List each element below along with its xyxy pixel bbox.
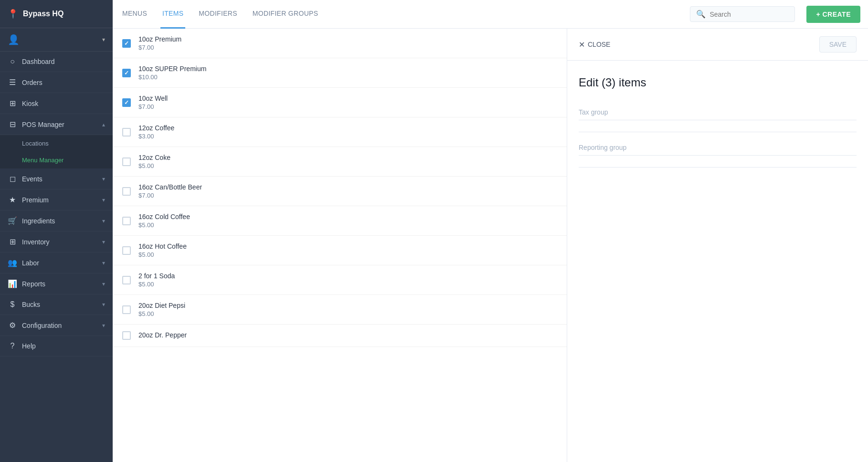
pos-manager-submenu: Locations Menu Manager (0, 135, 113, 168)
sidebar-item-kiosk[interactable]: ⊞ Kiosk (0, 93, 113, 114)
sidebar-item-labor[interactable]: 👥 Labor ▾ (0, 252, 113, 273)
edit-title-prefix: Edit (579, 76, 598, 89)
item-name: 10oz Well (138, 94, 168, 102)
sidebar-item-ingredients[interactable]: 🛒 Ingredients ▾ (0, 210, 113, 231)
bucks-icon: $ (8, 300, 17, 309)
item-checkbox[interactable] (122, 217, 131, 225)
sidebar-item-events[interactable]: ◻ Events ▾ (0, 168, 113, 189)
user-chevron-icon: ▾ (102, 36, 105, 43)
list-item[interactable]: 16oz Cold Coffee $5.00 (113, 206, 567, 236)
sidebar-item-configuration[interactable]: ⚙ Configuration ▾ (0, 315, 113, 336)
save-button[interactable]: SAVE (819, 36, 857, 52)
item-name: 10oz Premium (138, 35, 181, 43)
sidebar-item-label: Inventory (22, 238, 50, 246)
item-checkbox[interactable] (122, 128, 131, 136)
tab-menus[interactable]: MENUS (120, 0, 149, 29)
list-item[interactable]: 16oz Can/Bottle Beer $7.00 (113, 177, 567, 206)
search-box[interactable]: 🔍 (690, 6, 795, 22)
list-item[interactable]: 16oz Hot Coffee $5.00 (113, 236, 567, 265)
item-name: 16oz Hot Coffee (138, 242, 187, 250)
reporting-group-input[interactable] (579, 140, 857, 156)
labor-chevron-icon: ▾ (102, 260, 105, 266)
tab-modifier-groups[interactable]: MODIFIER GROUPS (251, 0, 320, 29)
item-checkbox[interactable] (122, 98, 131, 107)
sidebar-item-locations[interactable]: Locations (0, 135, 113, 152)
item-checkbox[interactable] (122, 158, 131, 166)
orders-icon: ☰ (8, 78, 17, 87)
tab-items[interactable]: ITEMS (160, 0, 185, 29)
help-icon: ? (8, 342, 17, 350)
list-item[interactable]: 12oz Coke $5.00 (113, 147, 567, 177)
sidebar-item-help[interactable]: ? Help (0, 336, 113, 357)
item-checkbox[interactable] (122, 331, 131, 340)
list-item[interactable]: 10oz Premium $7.00 (113, 29, 567, 58)
item-checkbox[interactable] (122, 39, 131, 48)
edit-panel-title: Edit (3) items (579, 76, 857, 89)
list-item[interactable]: 12oz Coffee $3.00 (113, 117, 567, 147)
sidebar-item-dashboard[interactable]: ○ Dashboard (0, 52, 113, 72)
item-checkbox[interactable] (122, 305, 131, 314)
close-label: CLOSE (588, 41, 610, 48)
item-name: 20oz Dr. Pepper (138, 331, 187, 339)
list-item[interactable]: 10oz SUPER Premium $10.00 (113, 58, 567, 88)
sidebar-user[interactable]: 👤 ▾ (0, 28, 113, 52)
list-item[interactable]: 10oz Well $7.00 (113, 88, 567, 117)
pos-manager-icon: ⊟ (8, 120, 17, 129)
sidebar-brand: 📍 Bypass HQ (0, 0, 113, 28)
item-price: $10.00 (138, 74, 206, 81)
sidebar-item-bucks[interactable]: $ Bucks ▾ (0, 294, 113, 315)
pin-icon: 📍 (8, 9, 18, 19)
sidebar-item-menu-manager[interactable]: Menu Manager (0, 152, 113, 168)
sidebar-item-label: Dashboard (22, 58, 55, 65)
sidebar-item-label: Events (22, 175, 42, 183)
sidebar-item-premium[interactable]: ★ Premium ▾ (0, 189, 113, 210)
reporting-group-field (579, 140, 857, 156)
brand-name: Bypass HQ (23, 10, 64, 18)
edit-panel-header: ✕ CLOSE SAVE (567, 29, 868, 61)
user-icon: 👤 (8, 34, 20, 45)
item-price: $5.00 (138, 281, 175, 288)
tab-modifiers[interactable]: MODIFIERS (197, 0, 239, 29)
item-price: $3.00 (138, 133, 174, 140)
list-item[interactable]: 20oz Dr. Pepper (113, 325, 567, 347)
tax-group-input[interactable] (579, 105, 857, 120)
sidebar-item-label: Reports (22, 280, 45, 288)
item-checkbox[interactable] (122, 246, 131, 255)
sidebar-item-reports[interactable]: 📊 Reports ▾ (0, 273, 113, 294)
sidebar-item-label: POS Manager (22, 121, 64, 128)
sidebar-item-label: Bucks (22, 301, 40, 308)
sidebar-item-inventory[interactable]: ⊞ Inventory ▾ (0, 231, 113, 252)
premium-icon: ★ (8, 195, 17, 204)
reports-icon: 📊 (8, 279, 17, 288)
sidebar-item-label: Premium (22, 196, 49, 204)
labor-icon: 👥 (8, 258, 17, 267)
list-item[interactable]: 20oz Diet Pepsi $5.00 (113, 295, 567, 325)
content-area: 10oz Premium $7.00 10oz SUPER Premium $1… (113, 29, 868, 462)
item-checkbox[interactable] (122, 187, 131, 196)
item-checkbox[interactable] (122, 69, 131, 77)
form-divider-2 (579, 167, 857, 168)
configuration-icon: ⚙ (8, 321, 17, 330)
create-button[interactable]: + CREATE (806, 6, 860, 23)
item-name: 2 for 1 Soda (138, 272, 175, 280)
reports-chevron-icon: ▾ (102, 281, 105, 287)
item-price: $5.00 (138, 310, 185, 317)
sidebar-item-pos-manager[interactable]: ⊟ POS Manager ▴ (0, 114, 113, 135)
item-name: 10oz SUPER Premium (138, 65, 206, 73)
close-button[interactable]: ✕ CLOSE (579, 40, 610, 49)
configuration-chevron-icon: ▾ (102, 322, 105, 329)
inventory-icon: ⊞ (8, 237, 17, 246)
sidebar-item-label: Configuration (22, 322, 62, 329)
search-icon: 🔍 (696, 10, 706, 19)
dashboard-icon: ○ (8, 57, 17, 66)
sidebar: 📍 Bypass HQ 👤 ▾ ○ Dashboard ☰ Orders ⊞ K… (0, 0, 113, 462)
sidebar-item-orders[interactable]: ☰ Orders (0, 72, 113, 93)
edit-title-suffix: items (619, 76, 646, 89)
item-price: $7.00 (138, 44, 181, 51)
list-item[interactable]: 2 for 1 Soda $5.00 (113, 265, 567, 295)
pos-manager-chevron-icon: ▴ (102, 121, 105, 128)
inventory-chevron-icon: ▾ (102, 239, 105, 245)
search-input[interactable] (709, 10, 786, 18)
sidebar-item-label: Kiosk (22, 100, 38, 107)
item-checkbox[interactable] (122, 276, 131, 284)
